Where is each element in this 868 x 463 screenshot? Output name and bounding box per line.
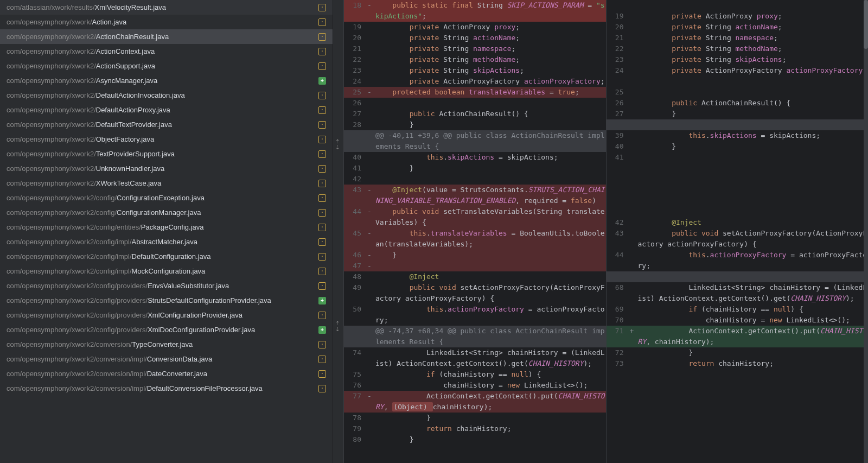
file-item[interactable]: com/opensymphony/xwork2/config/entities/… <box>0 220 333 234</box>
code-line[interactable] <box>607 174 869 185</box>
code-line[interactable]: 39 this.skipActions = skipActions; <box>607 130 869 141</box>
code-line[interactable]: 80 } <box>344 434 606 445</box>
code-line[interactable]: 41 <box>607 152 869 163</box>
code-line[interactable] <box>607 195 869 206</box>
file-item[interactable]: com/opensymphony/xwork2/conversion/impl/… <box>0 381 333 396</box>
file-item[interactable]: com/opensymphony/xwork2/XWorkTestCase.ja… <box>0 176 333 191</box>
code-line[interactable]: 74 LinkedList<String> chainHistory = (Li… <box>344 347 606 369</box>
file-item[interactable]: com/opensymphony/xwork2/conversion/TypeC… <box>0 337 333 352</box>
code-line[interactable]: 25 <box>607 87 869 98</box>
code-line[interactable]: 42 <box>344 174 606 185</box>
file-item[interactable]: com/opensymphony/xwork2/config/Configura… <box>0 191 333 205</box>
file-item[interactable]: com/atlassian/xwork/results/XmlVelocityR… <box>0 0 333 15</box>
file-item[interactable]: com/opensymphony/xwork2/config/Configura… <box>0 205 333 220</box>
code-line[interactable]: 75 if (chainHistory == null) { <box>344 369 606 380</box>
code-line[interactable] <box>607 206 869 217</box>
code-line[interactable] <box>607 369 869 380</box>
code-line[interactable]: 20 private String actionName; <box>607 22 869 33</box>
file-item[interactable]: com/opensymphony/xwork2/TextProviderSupp… <box>0 147 333 161</box>
file-list-sidebar[interactable]: com/atlassian/xwork/results/XmlVelocityR… <box>0 0 333 463</box>
code-content <box>373 261 606 271</box>
code-line[interactable]: 49 public void setActionProxyFactory(Act… <box>344 282 606 304</box>
code-line[interactable]: 23 private String skipActions; <box>344 65 606 76</box>
file-item[interactable]: com/opensymphony/xwork2/config/impl/Abst… <box>0 234 333 249</box>
code-line[interactable]: 41 } <box>344 163 606 174</box>
code-line[interactable] <box>607 0 869 11</box>
code-line[interactable]: 18- public static final String SKIP_ACTI… <box>344 0 606 22</box>
expand-hunk-icon[interactable]: ⇡⇣ <box>335 320 340 332</box>
code-line[interactable]: 44 this.actionProxyFactory = actionProxy… <box>607 250 869 271</box>
file-item[interactable]: com/opensymphony/xwork2/config/providers… <box>0 308 333 322</box>
code-line[interactable]: 27 public ActionChainResult() { <box>344 109 606 119</box>
file-item[interactable]: com/opensymphony/xwork2/config/impl/Defa… <box>0 249 333 264</box>
code-line[interactable]: 50 this.actionProxyFactory = actionProxy… <box>344 304 606 326</box>
code-line[interactable]: 46- } <box>344 250 606 261</box>
code-line[interactable]: 22 private String methodName; <box>344 54 606 65</box>
file-item[interactable]: com/opensymphony/xwork2/UnknownHandler.j… <box>0 161 333 176</box>
code-line[interactable]: 23 private String skipActions; <box>607 54 869 65</box>
code-line[interactable]: 79 return chainHistory; <box>344 423 606 434</box>
code-line[interactable] <box>607 163 869 174</box>
code-line[interactable]: 68 LinkedList<String> chainHistory = (Li… <box>607 282 869 304</box>
file-item[interactable]: com/opensymphony/xwork2/ActionContext.ja… <box>0 44 333 59</box>
file-item[interactable]: com/opensymphony/xwork2/conversion/impl/… <box>0 366 333 381</box>
file-item[interactable]: com/opensymphony/xwork2/DefaultActionPro… <box>0 103 333 117</box>
scrollbar-thumb[interactable] <box>864 0 868 49</box>
diff-right-pane[interactable]: 19 private ActionProxy proxy;20 private … <box>606 0 869 463</box>
code-line[interactable]: 70 chainHistory = new LinkedList<>(); <box>607 315 869 326</box>
code-line[interactable]: 45- this.translateVariables = BooleanUti… <box>344 228 606 250</box>
code-line[interactable]: 73 return chainHistory; <box>607 358 869 369</box>
hunk-header[interactable]: @@ -40,11 +39,6 @@ public class ActionCh… <box>344 130 606 152</box>
file-item[interactable]: com/opensymphony/xwork2/config/providers… <box>0 322 333 337</box>
code-line[interactable] <box>607 76 869 87</box>
file-item[interactable]: com/opensymphony/xwork2/AsyncManager.jav… <box>0 73 333 88</box>
line-number: 21 <box>344 43 366 54</box>
scrollbar-track[interactable] <box>864 0 868 463</box>
file-item[interactable]: com/opensymphony/xwork2/config/impl/Mock… <box>0 264 333 278</box>
code-line[interactable]: 19 private ActionProxy proxy; <box>344 22 606 33</box>
file-item[interactable]: com/opensymphony/xwork/Action.java· <box>0 15 333 29</box>
file-item[interactable]: com/opensymphony/xwork2/DefaultActionInv… <box>0 88 333 103</box>
code-line[interactable]: 48 @Inject <box>344 271 606 282</box>
code-line[interactable]: 44- public void setTranslateVariables(St… <box>344 206 606 228</box>
code-line[interactable]: 40 this.skipActions = skipActions; <box>344 152 606 163</box>
code-line[interactable]: 72 } <box>607 347 869 358</box>
code-line[interactable]: 20 private String actionName; <box>344 33 606 43</box>
file-item[interactable]: com/opensymphony/xwork2/config/providers… <box>0 278 333 293</box>
expand-hunk-icon[interactable]: ⇡⇣ <box>335 138 340 150</box>
file-item[interactable]: com/opensymphony/xwork2/ActionChainResul… <box>0 29 333 44</box>
code-line[interactable]: 25- protected boolean translateVariables… <box>344 87 606 98</box>
code-line[interactable] <box>607 185 869 195</box>
code-line[interactable]: 47- <box>344 261 606 271</box>
code-line[interactable]: 69 if (chainHistory == null) { <box>607 304 869 315</box>
code-line[interactable]: 21 private String namespace; <box>344 43 606 54</box>
file-item[interactable]: com/opensymphony/xwork2/ActionSupport.ja… <box>0 59 333 73</box>
code-line[interactable]: 19 private ActionProxy proxy; <box>607 11 869 22</box>
code-line[interactable]: 26 public ActionChainResult() { <box>607 98 869 109</box>
line-number: 46 <box>344 250 366 261</box>
hunk-header[interactable] <box>607 119 869 130</box>
code-line[interactable]: 42 @Inject <box>607 217 869 228</box>
diff-left-pane[interactable]: 18- public static final String SKIP_ACTI… <box>344 0 606 463</box>
code-line[interactable]: 76 chainHistory = new LinkedList<>(); <box>344 380 606 391</box>
code-line[interactable]: 77- ActionContext.getContext().put(CHAIN… <box>344 391 606 413</box>
code-line[interactable]: 43- @Inject(value = StrutsConstants.STRU… <box>344 185 606 206</box>
code-line[interactable]: 40 } <box>607 141 869 152</box>
file-item[interactable]: com/opensymphony/xwork2/DefaultTextProvi… <box>0 117 333 132</box>
file-item[interactable]: com/opensymphony/xwork2/conversion/impl/… <box>0 352 333 366</box>
code-line[interactable]: 26 <box>344 98 606 109</box>
code-line[interactable]: 22 private String methodName; <box>607 43 869 54</box>
file-item[interactable]: com/opensymphony/xwork2/ObjectFactory.ja… <box>0 132 333 147</box>
code-line[interactable]: 24 private ActionProxyFactory actionProx… <box>344 76 606 87</box>
code-line[interactable]: 28 } <box>344 119 606 130</box>
code-line[interactable]: 78 } <box>344 413 606 423</box>
file-item[interactable]: com/opensymphony/xwork2/config/providers… <box>0 293 333 308</box>
code-line[interactable]: 27 } <box>607 109 869 119</box>
code-line[interactable]: 21 private String namespace; <box>607 33 869 43</box>
hunk-header[interactable]: @@ -74,37 +68,34 @@ public class ActionC… <box>344 326 606 347</box>
code-line[interactable]: 71+ ActionContext.getContext().put(CHAIN… <box>607 326 869 347</box>
code-line[interactable]: 24 private ActionProxyFactory actionProx… <box>607 65 869 76</box>
code-line[interactable]: 43 public void setActionProxyFactory(Act… <box>607 228 869 250</box>
modified-icon: · <box>318 150 326 158</box>
hunk-header[interactable] <box>607 271 869 282</box>
